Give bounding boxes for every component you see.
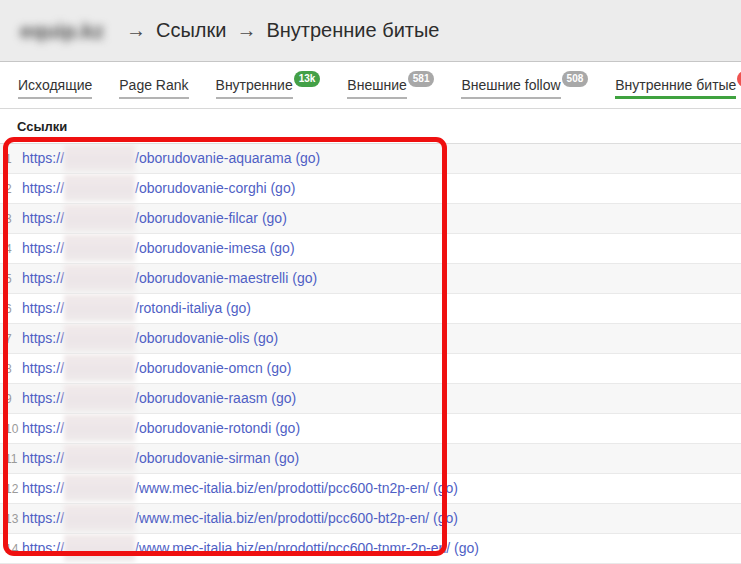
links-column-header: Ссылки xyxy=(0,109,741,144)
row-number: 8 xyxy=(0,355,22,384)
url-path: /rotondi-italiya xyxy=(135,300,222,316)
breadcrumb-arrow-icon: → xyxy=(236,19,256,42)
url-scheme: https:// xyxy=(22,150,64,166)
broken-link-url[interactable]: https:///oborudovanie-olis xyxy=(22,330,249,346)
url-path: /www.mec-italia.biz/en/prodotti/pcc600-b… xyxy=(135,510,429,526)
broken-link-url[interactable]: https:///oborudovanie-raasm xyxy=(22,390,267,406)
breadcrumb-item-internal-broken: Внутренние битые xyxy=(266,19,439,42)
count-badge: 16 xyxy=(737,71,741,87)
go-link[interactable]: (go) xyxy=(454,540,479,556)
go-link[interactable]: (go) xyxy=(292,270,317,286)
count-badge: 508 xyxy=(562,71,589,87)
table-row: 12https:///www.mec-italia.biz/en/prodott… xyxy=(0,474,741,504)
tab-label: Внешние xyxy=(347,77,406,99)
blurred-domain xyxy=(64,174,135,202)
url-scheme: https:// xyxy=(22,420,64,436)
tab-6-active[interactable]: Внутренние битые16 xyxy=(615,76,741,95)
url-path: /oborudovanie-rotondi xyxy=(135,420,271,436)
tab-1[interactable]: Исходящие xyxy=(18,76,92,94)
url-path: /oborudovanie-imesa xyxy=(135,240,266,256)
url-scheme: https:// xyxy=(22,360,64,376)
tab-4[interactable]: Внешние581 xyxy=(347,76,434,95)
blurred-domain xyxy=(64,294,135,322)
go-link[interactable]: (go) xyxy=(270,240,295,256)
go-link[interactable]: (go) xyxy=(275,420,300,436)
url-path: /www.mec-italia.biz/en/prodotti/pcc600-t… xyxy=(135,540,450,556)
broken-link-url[interactable]: https:///oborudovanie-corghi xyxy=(22,180,267,196)
blurred-domain xyxy=(64,354,135,382)
go-link[interactable]: (go) xyxy=(270,180,295,196)
broken-link-url[interactable]: https:///rotondi-italiya xyxy=(22,300,222,316)
row-number: 6 xyxy=(0,295,22,324)
go-link[interactable]: (go) xyxy=(226,300,251,316)
table-row: 8https:///oborudovanie-omcn (go) xyxy=(0,354,741,384)
table-row: 9https:///oborudovanie-raasm (go) xyxy=(0,384,741,414)
row-number: 4 xyxy=(0,235,22,264)
broken-link-url[interactable]: https:///oborudovanie-filcar xyxy=(22,210,258,226)
tab-label: Внутренние xyxy=(216,77,293,99)
blurred-domain xyxy=(64,144,135,172)
go-link[interactable]: (go) xyxy=(271,390,296,406)
url-scheme: https:// xyxy=(22,540,64,556)
blurred-domain xyxy=(64,534,135,562)
url-path: /oborudovanie-maestrelli xyxy=(135,270,288,286)
url-scheme: https:// xyxy=(22,300,64,316)
table-row: 13https:///www.mec-italia.biz/en/prodott… xyxy=(0,504,741,534)
row-number: 5 xyxy=(0,265,22,294)
blurred-domain xyxy=(64,204,135,232)
go-link[interactable]: (go) xyxy=(253,330,278,346)
broken-link-url[interactable]: https:///oborudovanie-rotondi xyxy=(22,420,271,436)
table-row: 4https:///oborudovanie-imesa (go) xyxy=(0,234,741,264)
url-scheme: https:// xyxy=(22,390,64,406)
row-number: 12 xyxy=(0,475,22,504)
table-row: 6https:///rotondi-italiya (go) xyxy=(0,294,741,324)
links-list: 1https:///oborudovanie-aquarama (go)2htt… xyxy=(0,144,741,564)
breadcrumb-arrow-icon: → xyxy=(126,19,146,42)
table-row: 1https:///oborudovanie-aquarama (go) xyxy=(0,144,741,174)
broken-link-url[interactable]: https:///www.mec-italia.biz/en/prodotti/… xyxy=(22,510,429,526)
url-path: /oborudovanie-corghi xyxy=(135,180,267,196)
go-link[interactable]: (go) xyxy=(262,210,287,226)
blurred-domain xyxy=(64,474,135,502)
url-path: /oborudovanie-aquarama xyxy=(135,150,291,166)
row-number: 9 xyxy=(0,385,22,414)
broken-link-url[interactable]: https:///www.mec-italia.biz/en/prodotti/… xyxy=(22,540,450,556)
broken-link-url[interactable]: https:///oborudovanie-maestrelli xyxy=(22,270,288,286)
tab-5[interactable]: Внешние follow508 xyxy=(461,76,588,95)
breadcrumb-item-links[interactable]: Ссылки xyxy=(156,19,226,42)
blurred-domain xyxy=(64,324,135,352)
row-number: 11 xyxy=(0,445,22,474)
go-link[interactable]: (go) xyxy=(433,510,458,526)
row-number: 13 xyxy=(0,505,22,534)
row-number: 3 xyxy=(0,205,22,234)
tab-bar: ИсходящиеPage RankВнутренние13kВнешние58… xyxy=(0,62,741,109)
go-link[interactable]: (go) xyxy=(433,480,458,496)
table-row: 5https:///oborudovanie-maestrelli (go) xyxy=(0,264,741,294)
tab-label: Исходящие xyxy=(18,77,92,99)
broken-link-url[interactable]: https:///oborudovanie-omcn xyxy=(22,360,263,376)
broken-link-url[interactable]: https:///oborudovanie-imesa xyxy=(22,240,266,256)
table-row: 14https:///www.mec-italia.biz/en/prodott… xyxy=(0,534,741,564)
go-link[interactable]: (go) xyxy=(274,450,299,466)
broken-link-url[interactable]: https:///oborudovanie-aquarama xyxy=(22,150,291,166)
url-scheme: https:// xyxy=(22,480,64,496)
tab-label: Внутренние битые xyxy=(615,77,736,99)
url-scheme: https:// xyxy=(22,330,64,346)
url-path: /oborudovanie-raasm xyxy=(135,390,267,406)
url-path: /oborudovanie-filcar xyxy=(135,210,258,226)
breadcrumb: equip.kz → Ссылки → Внутренние битые xyxy=(0,0,741,62)
blurred-domain xyxy=(64,384,135,412)
table-row: 3https:///oborudovanie-filcar (go) xyxy=(0,204,741,234)
url-scheme: https:// xyxy=(22,180,64,196)
tab-2[interactable]: Page Rank xyxy=(119,76,188,94)
tab-label: Page Rank xyxy=(119,77,188,99)
broken-link-url[interactable]: https:///www.mec-italia.biz/en/prodotti/… xyxy=(22,480,429,496)
go-link[interactable]: (go) xyxy=(295,150,320,166)
go-link[interactable]: (go) xyxy=(267,360,292,376)
count-badge: 581 xyxy=(408,71,435,87)
url-path: /oborudovanie-olis xyxy=(135,330,249,346)
blurred-domain xyxy=(64,234,135,262)
table-row: 2https:///oborudovanie-corghi (go) xyxy=(0,174,741,204)
tab-3[interactable]: Внутренние13k xyxy=(216,76,321,95)
broken-link-url[interactable]: https:///oborudovanie-sirman xyxy=(22,450,270,466)
